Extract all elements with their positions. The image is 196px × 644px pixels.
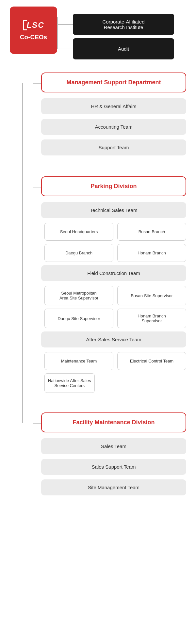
site-management-team-box: Site Management Team xyxy=(41,479,186,495)
management-support-content: Management Support Department HR & Gener… xyxy=(41,72,186,160)
after-sales-team-box: After-Sales Service Team xyxy=(41,331,186,347)
org-spine xyxy=(22,83,23,423)
management-support-division: Management Support Department xyxy=(41,72,186,92)
after-sales-children-2: Nationwide After-Sales Service Centers xyxy=(41,373,186,393)
busan-site-box: Busan Site Supervisor xyxy=(117,286,186,305)
facility-section: Facility Maintenance Division Sales Team… xyxy=(33,412,186,500)
accounting-team-box: Accounting Team xyxy=(41,119,186,135)
research-institute-box: Corporate-Affiliated Research Institute xyxy=(73,14,174,35)
daegu-branch-box: Daegu Branch xyxy=(44,244,113,262)
seoul-metro-site-box: Seoul Metropolitan Area Site Supervisor xyxy=(44,286,113,305)
honam-branch-box: Honam Branch xyxy=(117,244,186,262)
section-tick-2 xyxy=(33,187,41,187)
seoul-hq-box: Seoul Headquarters xyxy=(44,223,113,241)
busan-branch-box: Busan Branch xyxy=(117,223,186,241)
management-support-section: Management Support Department HR & Gener… xyxy=(33,72,186,160)
parking-division: Parking Division xyxy=(41,176,186,196)
nationwide-box: Nationwide After-Sales Service Centers xyxy=(44,373,95,393)
parking-section: Parking Division Technical Sales Team Se… xyxy=(33,176,186,396)
sales-team-box: Sales Team xyxy=(41,438,186,454)
technical-sales-team-box: Technical Sales Team xyxy=(41,202,186,218)
field-construction-children: Seoul Metropolitan Area Site Supervisor … xyxy=(41,286,186,305)
facility-maintenance-division: Facility Maintenance Division xyxy=(41,412,186,432)
field-construction-children-2: Daegu Site Supervisor Honam Branch Super… xyxy=(41,309,186,328)
technical-sales-children: Seoul Headquarters Busan Branch xyxy=(41,223,186,241)
electrical-team-box: Electrical Control Team xyxy=(117,352,186,370)
facility-content: Facility Maintenance Division Sales Team… xyxy=(41,412,186,500)
section-tick xyxy=(33,83,41,84)
logo-text: LSC xyxy=(27,21,44,30)
field-construction-team-box: Field Construction Team xyxy=(41,265,186,281)
ceo-label: Co-CEOs xyxy=(20,34,47,41)
maintenance-team-box: Maintenance Team xyxy=(44,352,113,370)
technical-sales-children-2: Daegu Branch Honam Branch xyxy=(41,244,186,262)
sales-support-team-box: Sales Support Team xyxy=(41,459,186,475)
support-team-box: Support Team xyxy=(41,139,186,155)
hr-team-box: HR & General Affairs xyxy=(41,98,186,114)
audit-box: Audit xyxy=(73,38,174,59)
after-sales-children: Maintenance Team Electrical Control Team xyxy=(41,352,186,370)
daegu-site-box: Daegu Site Supervisor xyxy=(44,309,113,328)
honam-supervisor-box: Honam Branch Supervisor xyxy=(117,309,186,328)
parking-content: Parking Division Technical Sales Team Se… xyxy=(41,176,186,396)
ceo-box: LSC Co-CEOs xyxy=(10,7,57,54)
section-tick-3 xyxy=(33,423,41,424)
